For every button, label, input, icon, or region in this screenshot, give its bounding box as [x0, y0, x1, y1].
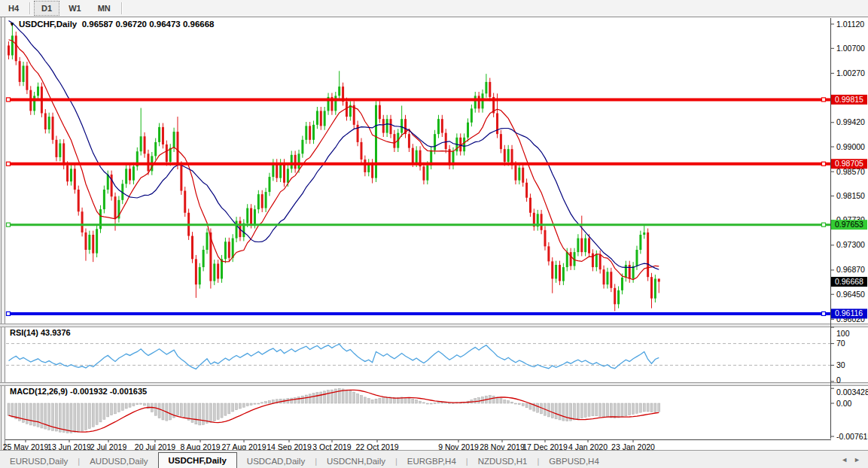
tabbar-scroll-arrows: ◄► — [841, 451, 860, 468]
tab-usdcad[interactable]: USDCAD,Daily — [237, 454, 315, 468]
svg-text:13 Jun 2019: 13 Jun 2019 — [47, 442, 91, 450]
tab-nzdusd[interactable]: NZDUSD,H1 — [468, 454, 538, 468]
current-price-tag: 0.96668 — [831, 277, 867, 287]
svg-text:27 Aug 2019: 27 Aug 2019 — [222, 442, 266, 450]
svg-text:0.98705: 0.98705 — [835, 159, 863, 168]
rsi-indicator-label: RSI(14) 43.9376 — [10, 328, 71, 337]
resistance-1-price-tag: 0.99815 — [831, 95, 867, 105]
svg-text:0.99000: 0.99000 — [836, 142, 865, 151]
timeframe-button-h4[interactable]: H4 — [1, 1, 26, 16]
svg-text:0.99815: 0.99815 — [835, 95, 863, 104]
svg-text:-0.007615: -0.007615 — [836, 432, 868, 441]
svg-text:28 Nov 2019: 28 Nov 2019 — [480, 442, 525, 450]
svg-text:9 Nov 2019: 9 Nov 2019 — [438, 442, 479, 450]
tab-eurgbp[interactable]: EURGBP,H4 — [397, 454, 466, 468]
tabbar-scroll-right-icon[interactable]: ► — [854, 456, 860, 463]
svg-text:0.96668: 0.96668 — [835, 277, 863, 286]
svg-text:30: 30 — [836, 360, 845, 369]
toolbar-separator — [121, 2, 123, 14]
symbol-tabbar: EURUSD,Daily|AUDUSD,DailyUSDCHF,DailyUSD… — [0, 450, 868, 468]
svg-text:25 May 2019: 25 May 2019 — [3, 442, 49, 450]
chart-canvas[interactable]: 1.011201.007001.002700.994200.990000.985… — [0, 17, 868, 450]
svg-text:3 Oct 2019: 3 Oct 2019 — [312, 442, 352, 450]
svg-text:0.96116: 0.96116 — [835, 308, 863, 318]
macd-indicator-label: MACD(12,26,9) -0.001932 -0.001635 — [10, 387, 147, 396]
tabbar-scroll-left-icon[interactable]: ◄ — [841, 456, 848, 463]
svg-text:0.003428: 0.003428 — [836, 387, 868, 397]
chart-ohlc-values: 0.96587 0.96720 0.96473 0.96668 — [82, 20, 215, 29]
svg-text:1.01120: 1.01120 — [836, 20, 864, 29]
resistance-line-1[interactable] — [6, 98, 830, 102]
chart-title: ▼USDCHF,Daily 0.96587 0.96720 0.96473 0.… — [9, 20, 215, 29]
toolbar-separator — [29, 2, 31, 14]
tab-gbpusd[interactable]: GBPUSD,H4 — [539, 454, 608, 468]
timeframe-button-w1[interactable]: W1 — [61, 1, 89, 16]
chart-symbol: USDCHF,Daily — [19, 20, 77, 29]
tab-usdcnh[interactable]: USDCNH,Daily — [317, 454, 395, 468]
symbol-dropdown-icon[interactable]: ▼ — [9, 21, 15, 28]
svg-text:0.00: 0.00 — [836, 399, 852, 408]
svg-text:8 Aug 2019: 8 Aug 2019 — [180, 442, 220, 450]
svg-text:14 Sep 2019: 14 Sep 2019 — [266, 442, 312, 450]
svg-text:20 Jul 2019: 20 Jul 2019 — [135, 442, 175, 450]
svg-text:0: 0 — [836, 375, 841, 384]
resistance-line-2[interactable] — [6, 162, 830, 166]
svg-text:0.99420: 0.99420 — [836, 117, 865, 126]
timeframe-button-mn[interactable]: MN — [90, 1, 118, 16]
timeframe-button-d1[interactable]: D1 — [34, 1, 59, 16]
svg-text:100: 100 — [836, 329, 850, 338]
chart-window: 1.011201.007001.002700.994200.990000.985… — [0, 17, 868, 450]
svg-text:0.96870: 0.96870 — [836, 265, 865, 274]
svg-text:0.96450: 0.96450 — [836, 290, 865, 299]
svg-text:0.97300: 0.97300 — [836, 240, 865, 249]
svg-text:23 Jan 2020: 23 Jan 2020 — [611, 442, 655, 450]
resistance-2-price-tag: 0.98705 — [831, 159, 867, 169]
support-price-tag: 0.96116 — [831, 308, 867, 318]
svg-text:4 Jan 2020: 4 Jan 2020 — [568, 442, 608, 450]
svg-text:17 Dec 2019: 17 Dec 2019 — [522, 442, 568, 450]
tab-usdchf[interactable]: USDCHF,Daily — [158, 452, 237, 468]
timeframe-toolbar: H4D1W1MN — [0, 0, 868, 17]
tab-audusd[interactable]: AUDUSD,Daily — [80, 454, 157, 468]
svg-text:0.98150: 0.98150 — [836, 191, 865, 200]
svg-text:22 Oct 2019: 22 Oct 2019 — [355, 442, 398, 450]
svg-text:1.00270: 1.00270 — [836, 68, 865, 77]
svg-text:70: 70 — [836, 339, 845, 348]
svg-text:0.97653: 0.97653 — [835, 220, 863, 229]
svg-text:1.00700: 1.00700 — [836, 44, 865, 53]
tab-eurusd[interactable]: EURUSD,Daily — [0, 454, 78, 468]
support-line[interactable] — [6, 311, 830, 315]
svg-text:2 Jul 2019: 2 Jul 2019 — [90, 442, 127, 450]
pivot-price-tag: 0.97653 — [831, 220, 867, 229]
